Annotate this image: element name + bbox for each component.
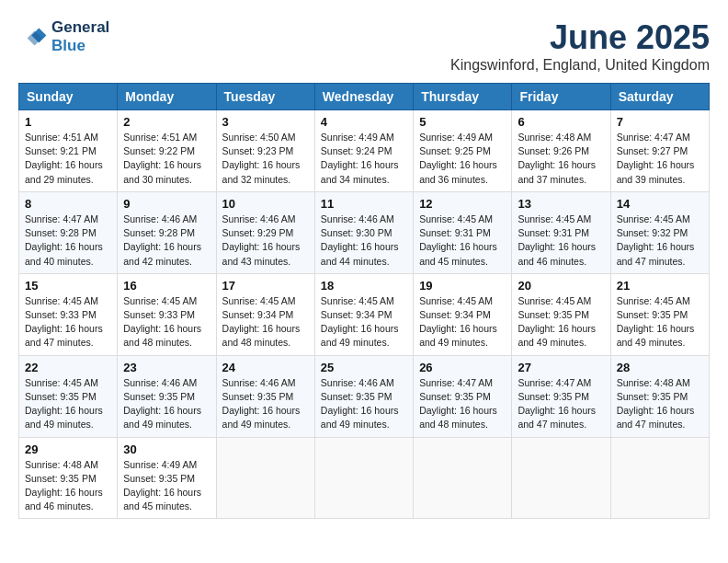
day-number: 25 xyxy=(321,361,407,374)
weekday-header-row: SundayMondayTuesdayWednesdayThursdayFrid… xyxy=(19,84,710,110)
calendar-cell: 26 Sunrise: 4:47 AMSunset: 9:35 PMDaylig… xyxy=(414,355,512,437)
calendar-cell xyxy=(216,437,314,519)
day-info: Sunrise: 4:47 AMSunset: 9:35 PMDaylight:… xyxy=(518,376,604,432)
day-info: Sunrise: 4:45 AMSunset: 9:35 PMDaylight:… xyxy=(25,376,111,432)
logo-icon xyxy=(18,22,48,52)
day-info: Sunrise: 4:45 AMSunset: 9:35 PMDaylight:… xyxy=(518,294,604,350)
calendar-cell xyxy=(610,437,709,519)
week-row-2: 8 Sunrise: 4:47 AMSunset: 9:28 PMDayligh… xyxy=(19,191,710,273)
day-number: 5 xyxy=(419,115,506,129)
day-info: Sunrise: 4:45 AMSunset: 9:31 PMDaylight:… xyxy=(419,213,506,269)
calendar-title: June 2025 xyxy=(450,18,710,57)
week-row-5: 29 Sunrise: 4:48 AMSunset: 9:35 PMDaylig… xyxy=(19,437,710,519)
calendar-cell: 14 Sunrise: 4:45 AMSunset: 9:32 PMDaylig… xyxy=(610,191,709,273)
weekday-header-wednesday: Wednesday xyxy=(314,84,413,110)
day-info: Sunrise: 4:45 AMSunset: 9:33 PMDaylight:… xyxy=(123,294,210,350)
day-info: Sunrise: 4:51 AMSunset: 9:21 PMDaylight:… xyxy=(25,131,111,187)
day-number: 13 xyxy=(518,197,604,211)
day-number: 11 xyxy=(321,197,407,211)
day-info: Sunrise: 4:45 AMSunset: 9:33 PMDaylight:… xyxy=(25,294,111,350)
day-info: Sunrise: 4:46 AMSunset: 9:35 PMDaylight:… xyxy=(222,376,309,432)
weekday-header-sunday: Sunday xyxy=(19,84,118,110)
day-number: 30 xyxy=(123,442,210,456)
weekday-header-friday: Friday xyxy=(512,84,610,110)
calendar-cell: 25 Sunrise: 4:46 AMSunset: 9:35 PMDaylig… xyxy=(314,355,413,437)
day-info: Sunrise: 4:49 AMSunset: 9:35 PMDaylight:… xyxy=(123,458,210,514)
calendar-cell xyxy=(414,437,512,519)
week-row-1: 1 Sunrise: 4:51 AMSunset: 9:21 PMDayligh… xyxy=(19,110,710,192)
logo-text: General Blue xyxy=(51,18,109,55)
day-number: 9 xyxy=(123,197,210,211)
day-info: Sunrise: 4:46 AMSunset: 9:29 PMDaylight:… xyxy=(222,213,309,269)
day-number: 6 xyxy=(518,115,604,129)
calendar-cell: 20 Sunrise: 4:45 AMSunset: 9:35 PMDaylig… xyxy=(512,273,610,355)
day-number: 4 xyxy=(321,115,407,129)
day-number: 14 xyxy=(617,197,703,211)
day-number: 28 xyxy=(617,361,703,374)
calendar-cell: 29 Sunrise: 4:48 AMSunset: 9:35 PMDaylig… xyxy=(19,437,118,519)
week-row-4: 22 Sunrise: 4:45 AMSunset: 9:35 PMDaylig… xyxy=(19,355,710,437)
day-info: Sunrise: 4:49 AMSunset: 9:24 PMDaylight:… xyxy=(321,131,407,187)
calendar-cell: 28 Sunrise: 4:48 AMSunset: 9:35 PMDaylig… xyxy=(610,355,709,437)
day-number: 18 xyxy=(321,279,407,293)
day-number: 10 xyxy=(222,197,309,211)
calendar-cell: 13 Sunrise: 4:45 AMSunset: 9:31 PMDaylig… xyxy=(512,191,610,273)
calendar-cell: 11 Sunrise: 4:46 AMSunset: 9:30 PMDaylig… xyxy=(314,191,413,273)
day-number: 2 xyxy=(123,115,210,129)
day-info: Sunrise: 4:45 AMSunset: 9:34 PMDaylight:… xyxy=(222,294,309,350)
day-info: Sunrise: 4:45 AMSunset: 9:35 PMDaylight:… xyxy=(617,294,703,350)
day-info: Sunrise: 4:46 AMSunset: 9:30 PMDaylight:… xyxy=(321,213,407,269)
day-number: 26 xyxy=(419,361,506,374)
week-row-3: 15 Sunrise: 4:45 AMSunset: 9:33 PMDaylig… xyxy=(19,273,710,355)
day-number: 22 xyxy=(25,361,111,374)
calendar-subtitle: Kingswinford, England, United Kingdom xyxy=(450,57,710,74)
day-number: 27 xyxy=(518,361,604,374)
calendar-cell: 15 Sunrise: 4:45 AMSunset: 9:33 PMDaylig… xyxy=(19,273,118,355)
calendar-cell: 12 Sunrise: 4:45 AMSunset: 9:31 PMDaylig… xyxy=(414,191,512,273)
calendar-cell: 30 Sunrise: 4:49 AMSunset: 9:35 PMDaylig… xyxy=(118,437,216,519)
calendar-cell: 19 Sunrise: 4:45 AMSunset: 9:34 PMDaylig… xyxy=(414,273,512,355)
day-number: 8 xyxy=(25,197,111,211)
day-info: Sunrise: 4:47 AMSunset: 9:27 PMDaylight:… xyxy=(617,131,703,187)
day-info: Sunrise: 4:46 AMSunset: 9:35 PMDaylight:… xyxy=(321,376,407,432)
calendar-cell: 3 Sunrise: 4:50 AMSunset: 9:23 PMDayligh… xyxy=(216,110,314,192)
calendar-cell: 27 Sunrise: 4:47 AMSunset: 9:35 PMDaylig… xyxy=(512,355,610,437)
calendar-cell: 2 Sunrise: 4:51 AMSunset: 9:22 PMDayligh… xyxy=(118,110,216,192)
calendar-cell: 6 Sunrise: 4:48 AMSunset: 9:26 PMDayligh… xyxy=(512,110,610,192)
calendar-cell: 24 Sunrise: 4:46 AMSunset: 9:35 PMDaylig… xyxy=(216,355,314,437)
calendar-cell: 4 Sunrise: 4:49 AMSunset: 9:24 PMDayligh… xyxy=(314,110,413,192)
calendar-cell: 1 Sunrise: 4:51 AMSunset: 9:21 PMDayligh… xyxy=(19,110,118,192)
day-info: Sunrise: 4:48 AMSunset: 9:35 PMDaylight:… xyxy=(25,458,111,514)
day-number: 24 xyxy=(222,361,309,374)
day-info: Sunrise: 4:45 AMSunset: 9:32 PMDaylight:… xyxy=(617,213,703,269)
day-number: 3 xyxy=(222,115,309,129)
calendar-cell: 8 Sunrise: 4:47 AMSunset: 9:28 PMDayligh… xyxy=(19,191,118,273)
day-info: Sunrise: 4:46 AMSunset: 9:28 PMDaylight:… xyxy=(123,213,210,269)
calendar-cell: 9 Sunrise: 4:46 AMSunset: 9:28 PMDayligh… xyxy=(118,191,216,273)
day-info: Sunrise: 4:45 AMSunset: 9:34 PMDaylight:… xyxy=(419,294,506,350)
day-info: Sunrise: 4:47 AMSunset: 9:28 PMDaylight:… xyxy=(25,213,111,269)
calendar-cell: 5 Sunrise: 4:49 AMSunset: 9:25 PMDayligh… xyxy=(414,110,512,192)
title-section: June 2025 Kingswinford, England, United … xyxy=(450,18,710,74)
day-info: Sunrise: 4:50 AMSunset: 9:23 PMDaylight:… xyxy=(222,131,309,187)
day-number: 1 xyxy=(25,115,111,129)
calendar-cell: 16 Sunrise: 4:45 AMSunset: 9:33 PMDaylig… xyxy=(118,273,216,355)
day-info: Sunrise: 4:46 AMSunset: 9:35 PMDaylight:… xyxy=(123,376,210,432)
weekday-header-thursday: Thursday xyxy=(414,84,512,110)
calendar-cell: 23 Sunrise: 4:46 AMSunset: 9:35 PMDaylig… xyxy=(118,355,216,437)
weekday-header-monday: Monday xyxy=(118,84,216,110)
day-number: 15 xyxy=(25,279,111,293)
calendar-cell: 7 Sunrise: 4:47 AMSunset: 9:27 PMDayligh… xyxy=(610,110,709,192)
calendar-cell xyxy=(314,437,413,519)
day-info: Sunrise: 4:51 AMSunset: 9:22 PMDaylight:… xyxy=(123,131,210,187)
day-info: Sunrise: 4:48 AMSunset: 9:35 PMDaylight:… xyxy=(617,376,703,432)
calendar-cell: 10 Sunrise: 4:46 AMSunset: 9:29 PMDaylig… xyxy=(216,191,314,273)
logo: General Blue xyxy=(18,18,109,55)
calendar-cell: 22 Sunrise: 4:45 AMSunset: 9:35 PMDaylig… xyxy=(19,355,118,437)
day-number: 19 xyxy=(419,279,506,293)
day-number: 29 xyxy=(25,442,111,456)
calendar-cell: 21 Sunrise: 4:45 AMSunset: 9:35 PMDaylig… xyxy=(610,273,709,355)
weekday-header-saturday: Saturday xyxy=(610,84,709,110)
day-info: Sunrise: 4:45 AMSunset: 9:31 PMDaylight:… xyxy=(518,213,604,269)
day-info: Sunrise: 4:47 AMSunset: 9:35 PMDaylight:… xyxy=(419,376,506,432)
